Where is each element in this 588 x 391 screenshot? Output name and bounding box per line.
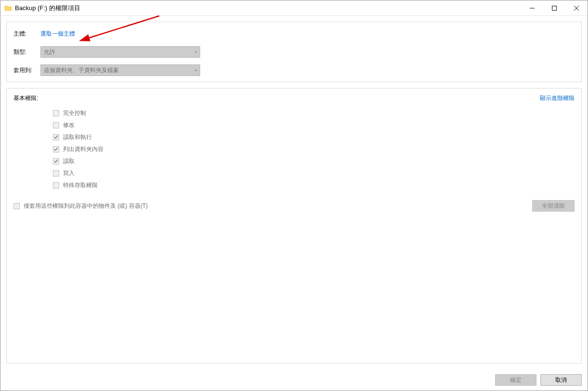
perm-list-folder: 列出資料夾內容 xyxy=(53,145,575,153)
apply-only-label: 僅套用這些權限到此容器中的物件及 (或) 容器(T) xyxy=(24,202,148,210)
folder-icon xyxy=(4,4,12,12)
checkbox-read xyxy=(53,158,59,164)
basic-permissions-label: 基本權限: xyxy=(13,94,38,102)
checkbox-modify xyxy=(53,122,59,128)
ok-button: 確定 xyxy=(495,374,537,386)
checkbox-list-folder xyxy=(53,146,59,152)
checkbox-write xyxy=(53,170,59,177)
window-title: Backup (F:) 的權限項目 xyxy=(15,4,521,13)
perm-full-control: 完全控制 xyxy=(53,109,575,117)
maximize-button[interactable] xyxy=(543,0,565,16)
checkbox-special xyxy=(53,182,59,189)
svg-rect-2 xyxy=(552,6,557,11)
applies-to-label: 套用到: xyxy=(13,66,40,75)
type-value: 允許 xyxy=(44,48,55,56)
permissions-list: 完全控制 修改 讀取和執行 列出資料夾內容 讀取 xyxy=(13,109,575,189)
perm-label: 寫入 xyxy=(63,169,75,177)
close-button[interactable] xyxy=(565,0,588,16)
apply-only-left: 僅套用這些權限到此容器中的物件及 (或) 容器(T) xyxy=(13,202,148,210)
window-controls xyxy=(521,0,588,15)
type-select: 允許 ▾ xyxy=(40,46,200,58)
perm-label: 讀取和執行 xyxy=(63,133,92,141)
applies-to-select: 這個資料夾、子資料夾及檔案 ▾ xyxy=(40,64,200,76)
show-advanced-link[interactable]: 顯示進階權限 xyxy=(540,94,575,102)
principal-label: 主體: xyxy=(13,30,40,38)
chevron-down-icon: ▾ xyxy=(195,50,197,54)
dialog-content: 主體: 選取一個主體 類型: 允許 ▾ 套用到: 這個資料夾、子資料夾及檔案 ▾ xyxy=(0,16,588,369)
dialog-footer: 確定 取消 xyxy=(0,369,588,391)
chevron-down-icon: ▾ xyxy=(195,68,197,73)
checkbox-read-execute xyxy=(53,134,59,140)
principal-panel: 主體: 選取一個主體 類型: 允許 ▾ 套用到: 這個資料夾、子資料夾及檔案 ▾ xyxy=(6,22,582,82)
perm-label: 完全控制 xyxy=(63,109,86,117)
checkbox-full-control xyxy=(53,110,59,116)
permissions-header: 基本權限: 顯示進階權限 xyxy=(13,94,575,102)
select-principal-link[interactable]: 選取一個主體 xyxy=(40,30,75,38)
principal-row: 主體: 選取一個主體 xyxy=(13,28,575,39)
applies-to-row: 套用到: 這個資料夾、子資料夾及檔案 ▾ xyxy=(13,64,575,76)
perm-special: 特殊存取權限 xyxy=(53,181,575,189)
perm-modify: 修改 xyxy=(53,121,575,129)
cancel-button[interactable]: 取消 xyxy=(540,374,582,386)
type-row: 類型: 允許 ▾ xyxy=(13,46,575,58)
perm-label: 修改 xyxy=(63,121,75,129)
checkbox-apply-only xyxy=(13,203,20,209)
permissions-panel: 基本權限: 顯示進階權限 完全控制 修改 讀取和執行 列出資 xyxy=(6,88,582,364)
perm-read-execute: 讀取和執行 xyxy=(53,133,575,141)
perm-label: 讀取 xyxy=(63,157,75,165)
permission-entry-dialog: Backup (F:) 的權限項目 主體: 選取一個主體 類型: 允許 xyxy=(0,0,588,391)
applies-to-value: 這個資料夾、子資料夾及檔案 xyxy=(44,66,119,75)
titlebar: Backup (F:) 的權限項目 xyxy=(0,0,588,16)
perm-label: 列出資料夾內容 xyxy=(63,145,103,153)
perm-read: 讀取 xyxy=(53,157,575,165)
minimize-button[interactable] xyxy=(521,0,543,16)
clear-all-button: 全部清除 xyxy=(532,200,575,212)
perm-label: 特殊存取權限 xyxy=(63,181,98,189)
apply-only-row: 僅套用這些權限到此容器中的物件及 (或) 容器(T) 全部清除 xyxy=(13,200,575,212)
perm-write: 寫入 xyxy=(53,169,575,177)
type-label: 類型: xyxy=(13,48,40,56)
